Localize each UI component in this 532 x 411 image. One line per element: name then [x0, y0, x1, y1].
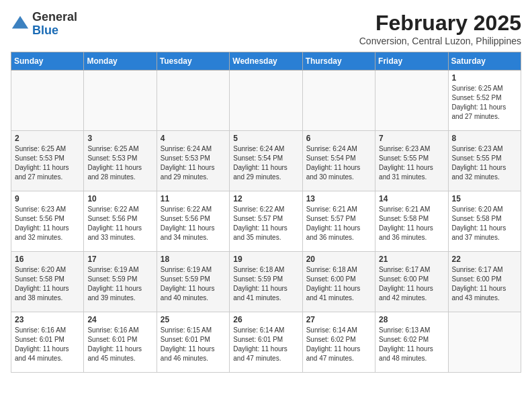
header-row: SundayMondayTuesdayWednesdayThursdayFrid… [11, 52, 521, 71]
day-info: Sunrise: 6:20 AM Sunset: 5:58 PM Dayligh… [15, 265, 80, 303]
day-info: Sunrise: 6:25 AM Sunset: 5:53 PM Dayligh… [15, 144, 80, 182]
day-number: 10 [87, 194, 152, 203]
day-info: Sunrise: 6:25 AM Sunset: 5:53 PM Dayligh… [87, 144, 152, 182]
day-info: Sunrise: 6:24 AM Sunset: 5:54 PM Dayligh… [233, 144, 298, 182]
day-number: 16 [15, 255, 80, 264]
day-cell: 21Sunrise: 6:17 AM Sunset: 6:00 PM Dayli… [375, 252, 448, 312]
day-cell [375, 71, 448, 131]
column-header-sunday: Sunday [11, 52, 84, 71]
day-number: 28 [379, 315, 444, 324]
day-info: Sunrise: 6:24 AM Sunset: 5:53 PM Dayligh… [161, 144, 226, 182]
day-number: 27 [306, 315, 371, 324]
day-number: 24 [87, 315, 152, 324]
week-row-3: 9Sunrise: 6:23 AM Sunset: 5:56 PM Daylig… [11, 191, 521, 252]
day-cell: 25Sunrise: 6:15 AM Sunset: 6:01 PM Dayli… [157, 312, 229, 373]
day-info: Sunrise: 6:21 AM Sunset: 5:58 PM Dayligh… [379, 205, 444, 242]
day-cell: 7Sunrise: 6:23 AM Sunset: 5:55 PM Daylig… [375, 131, 448, 191]
day-info: Sunrise: 6:18 AM Sunset: 5:59 PM Dayligh… [233, 265, 298, 303]
day-info: Sunrise: 6:21 AM Sunset: 5:57 PM Dayligh… [306, 205, 371, 242]
day-number: 20 [306, 255, 371, 264]
day-number: 19 [233, 255, 298, 264]
week-row-5: 23Sunrise: 6:16 AM Sunset: 6:01 PM Dayli… [11, 312, 521, 373]
day-cell: 13Sunrise: 6:21 AM Sunset: 5:57 PM Dayli… [302, 191, 375, 252]
logo-icon [11, 15, 30, 34]
column-header-saturday: Saturday [448, 52, 521, 71]
day-cell: 4Sunrise: 6:24 AM Sunset: 5:53 PM Daylig… [157, 131, 229, 191]
logo-text: General Blue [32, 11, 77, 38]
day-number: 26 [233, 315, 298, 324]
day-info: Sunrise: 6:23 AM Sunset: 5:55 PM Dayligh… [452, 144, 517, 182]
day-info: Sunrise: 6:19 AM Sunset: 5:59 PM Dayligh… [87, 265, 152, 303]
day-cell: 3Sunrise: 6:25 AM Sunset: 5:53 PM Daylig… [84, 131, 157, 191]
column-header-monday: Monday [84, 52, 157, 71]
day-cell: 12Sunrise: 6:22 AM Sunset: 5:57 PM Dayli… [230, 191, 302, 252]
day-info: Sunrise: 6:13 AM Sunset: 6:02 PM Dayligh… [379, 326, 444, 363]
day-cell: 11Sunrise: 6:22 AM Sunset: 5:56 PM Dayli… [157, 191, 229, 252]
day-info: Sunrise: 6:14 AM Sunset: 6:02 PM Dayligh… [306, 326, 371, 363]
day-info: Sunrise: 6:23 AM Sunset: 5:56 PM Dayligh… [15, 205, 80, 242]
day-number: 14 [379, 194, 444, 203]
day-number: 18 [161, 255, 226, 264]
day-number: 11 [161, 194, 226, 203]
day-cell [84, 71, 157, 131]
day-info: Sunrise: 6:20 AM Sunset: 5:58 PM Dayligh… [452, 205, 517, 242]
day-number: 1 [452, 73, 517, 83]
day-cell: 24Sunrise: 6:16 AM Sunset: 6:01 PM Dayli… [84, 312, 157, 373]
day-info: Sunrise: 6:16 AM Sunset: 6:01 PM Dayligh… [15, 326, 80, 363]
column-header-thursday: Thursday [302, 52, 375, 71]
svg-marker-0 [12, 16, 28, 29]
day-cell: 19Sunrise: 6:18 AM Sunset: 5:59 PM Dayli… [230, 252, 302, 312]
day-info: Sunrise: 6:24 AM Sunset: 5:54 PM Dayligh… [306, 144, 371, 182]
day-cell: 10Sunrise: 6:22 AM Sunset: 5:56 PM Dayli… [84, 191, 157, 252]
day-cell: 22Sunrise: 6:17 AM Sunset: 6:00 PM Dayli… [448, 252, 521, 312]
day-number: 17 [87, 255, 152, 264]
day-info: Sunrise: 6:22 AM Sunset: 5:57 PM Dayligh… [233, 205, 298, 242]
day-cell: 2Sunrise: 6:25 AM Sunset: 5:53 PM Daylig… [11, 131, 84, 191]
day-cell: 28Sunrise: 6:13 AM Sunset: 6:02 PM Dayli… [375, 312, 448, 373]
column-header-friday: Friday [375, 52, 448, 71]
day-number: 12 [233, 194, 298, 203]
day-cell [302, 71, 375, 131]
day-number: 13 [306, 194, 371, 203]
day-cell: 5Sunrise: 6:24 AM Sunset: 5:54 PM Daylig… [230, 131, 302, 191]
calendar-table: SundayMondayTuesdayWednesdayThursdayFrid… [11, 52, 521, 373]
logo: General Blue [11, 11, 77, 38]
day-number: 7 [379, 134, 444, 143]
day-info: Sunrise: 6:25 AM Sunset: 5:52 PM Dayligh… [452, 84, 517, 122]
day-cell [11, 71, 84, 131]
day-number: 4 [161, 134, 226, 143]
day-cell: 14Sunrise: 6:21 AM Sunset: 5:58 PM Dayli… [375, 191, 448, 252]
day-cell: 27Sunrise: 6:14 AM Sunset: 6:02 PM Dayli… [302, 312, 375, 373]
day-cell: 16Sunrise: 6:20 AM Sunset: 5:58 PM Dayli… [11, 252, 84, 312]
day-cell: 6Sunrise: 6:24 AM Sunset: 5:54 PM Daylig… [302, 131, 375, 191]
column-header-tuesday: Tuesday [157, 52, 229, 71]
day-number: 25 [161, 315, 226, 324]
day-cell [230, 71, 302, 131]
column-header-wednesday: Wednesday [230, 52, 302, 71]
day-number: 2 [15, 134, 80, 143]
day-number: 15 [452, 194, 517, 203]
day-cell: 20Sunrise: 6:18 AM Sunset: 6:00 PM Dayli… [302, 252, 375, 312]
day-cell: 8Sunrise: 6:23 AM Sunset: 5:55 PM Daylig… [448, 131, 521, 191]
week-row-2: 2Sunrise: 6:25 AM Sunset: 5:53 PM Daylig… [11, 131, 521, 191]
day-info: Sunrise: 6:19 AM Sunset: 5:59 PM Dayligh… [161, 265, 226, 303]
day-info: Sunrise: 6:17 AM Sunset: 6:00 PM Dayligh… [379, 265, 444, 303]
day-number: 22 [452, 255, 517, 264]
day-number: 3 [87, 134, 152, 143]
day-info: Sunrise: 6:16 AM Sunset: 6:01 PM Dayligh… [87, 326, 152, 363]
day-cell: 15Sunrise: 6:20 AM Sunset: 5:58 PM Dayli… [448, 191, 521, 252]
day-cell: 18Sunrise: 6:19 AM Sunset: 5:59 PM Dayli… [157, 252, 229, 312]
day-cell: 1Sunrise: 6:25 AM Sunset: 5:52 PM Daylig… [448, 71, 521, 131]
day-number: 8 [452, 134, 517, 143]
logo-blue: Blue [32, 24, 58, 37]
day-cell: 17Sunrise: 6:19 AM Sunset: 5:59 PM Dayli… [84, 252, 157, 312]
page-header: General Blue February 2025 Conversion, C… [11, 11, 521, 46]
day-number: 9 [15, 194, 80, 203]
title-block: February 2025 Conversion, Central Luzon,… [359, 11, 521, 46]
day-number: 6 [306, 134, 371, 143]
day-info: Sunrise: 6:23 AM Sunset: 5:55 PM Dayligh… [379, 144, 444, 182]
location: Conversion, Central Luzon, Philippines [359, 36, 521, 46]
day-cell: 9Sunrise: 6:23 AM Sunset: 5:56 PM Daylig… [11, 191, 84, 252]
month-year: February 2025 [359, 11, 521, 36]
day-number: 5 [233, 134, 298, 143]
